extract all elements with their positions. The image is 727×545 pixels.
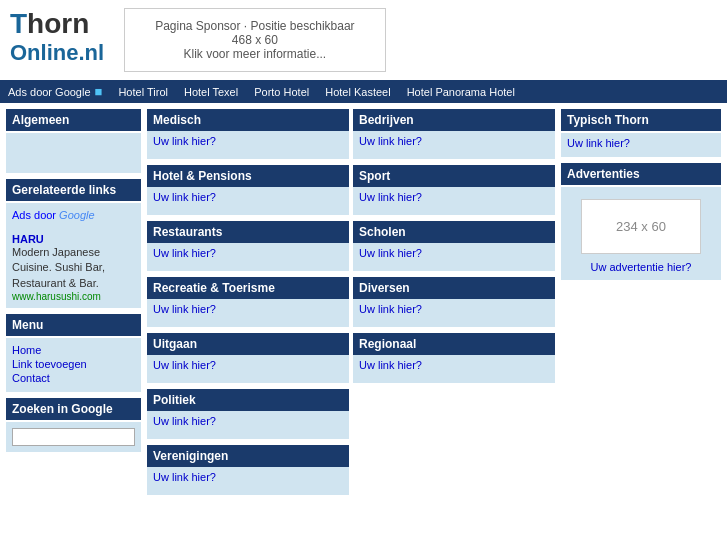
scholen-body: Uw link hier? [353,243,555,271]
restaurants-link[interactable]: Uw link hier? [153,247,216,259]
politiek-header: Politiek [147,389,349,411]
recreatie-link[interactable]: Uw link hier? [153,303,216,315]
verenigingen-header: Verenigingen [147,445,349,467]
advertenties-section: Advertenties 234 x 60 Uw advertentie hie… [561,163,721,280]
haru-url[interactable]: www.harusushi.com [12,291,135,302]
ad-bar: Ads door Google ■ Hotel Tirol Hotel Texe… [0,80,727,103]
gerelateerde-section: Gerelateerde links Ads door Google HARU … [6,179,141,308]
haru-title: HARU [12,233,44,245]
category-politiek: Politiek Uw link hier? [147,389,349,439]
ads-google-label: Ads door Google ■ [8,84,102,99]
medisch-body: Uw link hier? [147,131,349,159]
category-regionaal: Regionaal Uw link hier? [353,333,555,383]
gerelateerde-header: Gerelateerde links [6,179,141,201]
bedrijven-body: Uw link hier? [353,131,555,159]
bedrijven-link[interactable]: Uw link hier? [359,135,422,147]
typisch-section: Typisch Thorn Uw link hier? [561,109,721,157]
menu-header: Menu [6,314,141,336]
search-box [6,422,141,452]
ad-link-hotel-panorama[interactable]: Hotel Panorama Hotel [407,86,515,98]
medisch-header: Medisch [147,109,349,131]
sport-body: Uw link hier? [353,187,555,215]
advertenties-content: 234 x 60 Uw advertentie hier? [561,187,721,280]
regionaal-body: Uw link hier? [353,355,555,383]
sponsor-line1: Pagina Sponsor · Positie beschikbaar [155,19,354,33]
ad-link-porto-hotel[interactable]: Porto Hotel [254,86,309,98]
logo-t: T [10,8,27,39]
logo-online: Online.nl [10,40,104,66]
sponsor-box[interactable]: Pagina Sponsor · Positie beschikbaar 468… [124,8,385,72]
restaurants-header: Restaurants [147,221,349,243]
sport-header: Sport [353,165,555,187]
haru-description: Modern Japanese Cuisine. Sushi Bar, Rest… [12,245,135,291]
gerelateerde-content: Ads door Google HARU Modern Japanese Cui… [6,203,141,308]
medisch-link[interactable]: Uw link hier? [153,135,216,147]
menu-links: Home Link toevoegen Contact [6,338,141,392]
main-content: Medisch Uw link hier? Bedrijven Uw link … [147,109,555,497]
recreatie-body: Uw link hier? [147,299,349,327]
sponsor-line2: 468 x 60 [155,33,354,47]
category-scholen: Scholen Uw link hier? [353,221,555,271]
uitgaan-body: Uw link hier? [147,355,349,383]
typisch-content: Uw link hier? [561,133,721,157]
search-input[interactable] [12,428,135,446]
typisch-header: Typisch Thorn [561,109,721,131]
algemeen-section: Algemeen [6,109,141,173]
ads-google-sidebar: Ads door [12,209,59,221]
category-bedrijven: Bedrijven Uw link hier? [353,109,555,159]
recreatie-header: Recreatie & Toerisme [147,277,349,299]
sponsor-line3: Klik voor meer informatie... [155,47,354,61]
category-verenigingen: Verenigingen Uw link hier? [147,445,349,495]
category-recreatie: Recreatie & Toerisme Uw link hier? [147,277,349,327]
category-grid: Medisch Uw link hier? Bedrijven Uw link … [147,109,555,497]
restaurants-body: Uw link hier? [147,243,349,271]
verenigingen-link[interactable]: Uw link hier? [153,471,216,483]
diversen-link[interactable]: Uw link hier? [359,303,422,315]
category-medisch: Medisch Uw link hier? [147,109,349,159]
menu-contact[interactable]: Contact [12,372,135,384]
ad-link-hotel-tirol[interactable]: Hotel Tirol [118,86,168,98]
scholen-header: Scholen [353,221,555,243]
politiek-body: Uw link hier? [147,411,349,439]
advertenties-header: Advertenties [561,163,721,185]
left-sidebar: Algemeen Gerelateerde links Ads door Goo… [6,109,141,497]
right-sidebar: Typisch Thorn Uw link hier? Advertenties… [561,109,721,497]
category-restaurants: Restaurants Uw link hier? [147,221,349,271]
uitgaan-header: Uitgaan [147,333,349,355]
ad-placement-link[interactable]: Uw advertentie hier? [591,261,692,273]
category-uitgaan: Uitgaan Uw link hier? [147,333,349,383]
scholen-link[interactable]: Uw link hier? [359,247,422,259]
verenigingen-body: Uw link hier? [147,467,349,495]
menu-section: Menu Home Link toevoegen Contact [6,314,141,392]
menu-home[interactable]: Home [12,344,135,356]
politiek-link[interactable]: Uw link hier? [153,415,216,427]
ad-banner-box: 234 x 60 [581,199,701,254]
sport-link[interactable]: Uw link hier? [359,191,422,203]
algemeen-content [6,133,141,173]
google-icon: ■ [95,84,103,99]
logo-rest: horn [27,8,89,39]
site-logo: Thorn Online.nl [10,8,104,66]
diversen-body: Uw link hier? [353,299,555,327]
menu-link-toevoegen[interactable]: Link toevoegen [12,358,135,370]
typisch-link[interactable]: Uw link hier? [567,137,630,149]
hotel-body: Uw link hier? [147,187,349,215]
haru-link[interactable]: HARU [12,233,135,245]
zoeken-section: Zoeken in Google [6,398,141,452]
category-hotel: Hotel & Pensions Uw link hier? [147,165,349,215]
regionaal-header: Regionaal [353,333,555,355]
ads-google-link[interactable]: Ads door Google [12,209,135,221]
ad-link-hotel-kasteel[interactable]: Hotel Kasteel [325,86,390,98]
regionaal-link[interactable]: Uw link hier? [359,359,422,371]
bedrijven-header: Bedrijven [353,109,555,131]
zoeken-header: Zoeken in Google [6,398,141,420]
google-text: Google [59,209,94,221]
uitgaan-link[interactable]: Uw link hier? [153,359,216,371]
category-sport: Sport Uw link hier? [353,165,555,215]
hotel-header: Hotel & Pensions [147,165,349,187]
diversen-header: Diversen [353,277,555,299]
hotel-link[interactable]: Uw link hier? [153,191,216,203]
algemeen-header: Algemeen [6,109,141,131]
ads-label: Ads door Google [8,86,91,98]
ad-link-hotel-texel[interactable]: Hotel Texel [184,86,238,98]
